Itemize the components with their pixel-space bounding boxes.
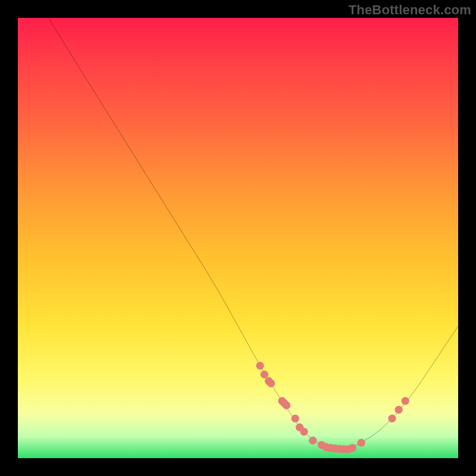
highlight-point bbox=[388, 415, 396, 422]
highlight-point bbox=[349, 444, 356, 452]
highlight-point bbox=[256, 362, 264, 369]
highlight-point bbox=[300, 428, 308, 436]
highlight-point bbox=[394, 406, 402, 414]
highlight-point bbox=[309, 437, 317, 444]
highlight-point bbox=[267, 380, 275, 387]
highlight-point bbox=[402, 397, 409, 405]
highlight-point bbox=[292, 415, 299, 422]
watermark-label: TheBottleneck.com bbox=[349, 2, 471, 18]
highlight-point bbox=[283, 402, 290, 409]
highlight-point bbox=[358, 439, 365, 446]
chart-frame: TheBottleneck.com bbox=[0, 0, 476, 476]
plot-area bbox=[18, 18, 458, 458]
highlight-points bbox=[18, 18, 458, 458]
highlight-point bbox=[261, 371, 268, 378]
